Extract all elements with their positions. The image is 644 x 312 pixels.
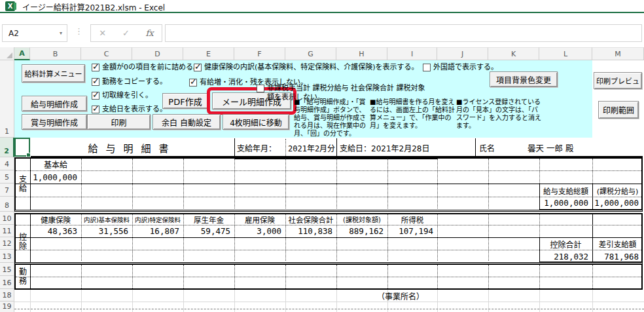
checkbox-icon[interactable]	[189, 79, 197, 87]
print-preview-button[interactable]: 印刷プレビュ	[594, 72, 642, 89]
taxable-pay-value[interactable]: 1,000,000	[592, 197, 643, 208]
create-bonus-slip-button[interactable]: 賞与明細作成	[22, 114, 87, 130]
checkbox-icon[interactable]	[92, 106, 99, 113]
checkbox-health-breakdown[interactable]: 健康保険の内訳(基本保険料、特定保険料、介護保険)を表示する。	[194, 63, 419, 72]
pay-item-basic[interactable]: 基本給	[30, 159, 81, 170]
row-header-11[interactable]: 11	[0, 225, 14, 237]
note-create-month: ■「給与明細作成」・「賞与明細作成」ボタンで、給与、賞与明細が作成される月は、現…	[294, 98, 368, 138]
ded-value-pension[interactable]: 59,475	[183, 226, 234, 236]
ded-header-income-tax[interactable]: 所得税	[387, 214, 437, 224]
formula-input[interactable]	[165, 24, 642, 42]
checkbox-icon[interactable]	[194, 64, 202, 71]
taxable-pay-label[interactable]: (課税分給与)	[592, 185, 643, 196]
checkbox-compact-zero[interactable]: 金額が0の項目を前に詰める。	[92, 63, 200, 72]
column-header-G[interactable]: G	[285, 47, 336, 60]
pay-total-label[interactable]: 給与支給総額	[539, 185, 592, 196]
name-box-dropdown-icon[interactable]: ▾	[60, 30, 67, 36]
name-box[interactable]: A2 ▾	[2, 24, 67, 42]
checkbox-label: 支給日を表示する。	[102, 105, 167, 114]
enter-icon[interactable]: ✓	[122, 28, 130, 38]
checkbox-icon[interactable]	[92, 92, 99, 100]
print-button[interactable]: 印刷	[87, 114, 151, 130]
row-header-8[interactable]: 8	[0, 197, 14, 212]
column-header-A[interactable]: A	[14, 47, 30, 60]
active-cell-A2[interactable]	[14, 138, 30, 157]
row-header-15[interactable]: 15	[0, 263, 14, 276]
row-header-1[interactable]: 1	[0, 60, 14, 138]
ded-value-taxable[interactable]: 889,162	[336, 226, 387, 236]
cancel-icon[interactable]: ✕	[99, 28, 106, 38]
insert-function-icon[interactable]: fx	[145, 28, 153, 38]
section-work-label[interactable]: 勤務	[16, 265, 29, 288]
ded-value-specific[interactable]: 16,807	[132, 226, 183, 236]
print-range-button[interactable]: 印刷範囲	[598, 101, 639, 119]
margin-auto-button[interactable]: 余白 自動設定	[152, 114, 221, 130]
note-license: ■ライセンス登録されている月の「見本」の文字は、「パスワード」を入力すると消えま…	[456, 98, 543, 130]
column-header-D[interactable]: D	[132, 47, 183, 60]
ded-value-income-tax[interactable]: 107,194	[387, 226, 437, 236]
column-header-C[interactable]: C	[81, 47, 132, 60]
row-header-4[interactable]: 4	[0, 157, 14, 170]
pay-month-label[interactable]: 支給年月：	[237, 140, 285, 155]
pdf-create-button[interactable]: PDF作成	[162, 93, 208, 109]
payslip-title[interactable]: 給与明細書	[30, 139, 226, 156]
row-header-18[interactable]: 18	[0, 289, 14, 302]
ded-header-basic[interactable]: 内訳)基本保険料	[81, 214, 132, 224]
checkbox-cut-line[interactable]: 切取線を引く。	[92, 91, 152, 100]
checkbox-show-pay-date[interactable]: 支給日を表示する。	[92, 105, 167, 114]
ded-header-health[interactable]: 健康保険	[30, 214, 81, 224]
row-header-13[interactable]: 13	[0, 250, 14, 263]
ded-header-pension[interactable]: 厚生年金	[183, 214, 234, 224]
pay-month-value[interactable]: 2021年2月分	[288, 140, 336, 155]
row-header-16[interactable]: 16	[0, 276, 14, 289]
ded-value-employment[interactable]: 3,000	[234, 226, 285, 236]
row-header-2[interactable]: 2	[0, 138, 14, 157]
ded-header-social-total[interactable]: 社会保険合計	[285, 214, 336, 224]
ded-total-label[interactable]: 控除合計	[539, 239, 592, 249]
employee-name-label[interactable]: 氏名	[479, 140, 512, 155]
column-header-K[interactable]: K	[488, 47, 539, 60]
column-header-J[interactable]: J	[437, 47, 488, 60]
row-header-10[interactable]: 10	[0, 212, 14, 225]
column-header-F[interactable]: F	[234, 47, 285, 60]
employee-name[interactable]: 曇天 一郎 殿	[528, 140, 606, 155]
name-box-value: A2	[3, 29, 60, 38]
pay-date-value[interactable]: 支給日：2021年2月28日	[340, 140, 438, 155]
checkbox-foreign-language[interactable]: 外国語で表示する。	[423, 63, 498, 72]
net-pay-value[interactable]: 781,968	[592, 251, 643, 262]
formula-bar-handle-icon[interactable]: ⋮	[75, 26, 83, 36]
ded-value-health[interactable]: 48,363	[30, 226, 81, 236]
ded-value-basic[interactable]: 31,556	[81, 226, 132, 236]
pay-amount-basic[interactable]: 1,000,000	[30, 172, 81, 183]
column-header-H[interactable]: H	[336, 47, 387, 60]
ded-header-taxable[interactable]: (課税対象額)	[336, 214, 387, 224]
column-header-E[interactable]: E	[183, 47, 234, 60]
checkbox-copy-work[interactable]: 勤務をコピーする。	[92, 77, 167, 87]
checkbox-icon[interactable]	[92, 78, 99, 86]
row-header-7[interactable]: 7	[0, 184, 14, 197]
ded-header-specific[interactable]: 内訳)特定保険料	[132, 214, 183, 224]
ded-value-social-total[interactable]: 110,838	[285, 226, 336, 236]
ded-total-value[interactable]: 218,032	[539, 251, 592, 262]
ded-header-employment[interactable]: 雇用保険	[234, 214, 285, 224]
column-header-B[interactable]: B	[30, 47, 81, 60]
checkbox-icon[interactable]	[423, 64, 431, 71]
section-pay-label[interactable]: 支給	[16, 161, 29, 207]
salary-menu-button[interactable]: 給料計算メニュー	[22, 64, 85, 83]
column-header-L[interactable]: L	[539, 47, 592, 60]
row-header-12[interactable]: 12	[0, 237, 14, 250]
column-header-M[interactable]: M	[592, 47, 644, 60]
section-deduction-label[interactable]: 控除	[16, 223, 29, 261]
move-4sheet-button[interactable]: 4枚明細に移動	[223, 114, 289, 130]
row-header-5[interactable]: 5	[0, 170, 14, 184]
business-name-cell[interactable]: （事業所名）	[367, 290, 435, 301]
checkbox-icon[interactable]	[92, 64, 99, 71]
select-all-corner[interactable]	[0, 47, 14, 60]
row-header-19[interactable]: 19	[0, 302, 14, 312]
item-bgcolor-button[interactable]: 項目背景色変更	[490, 71, 558, 87]
net-pay-label[interactable]: 差引支給額	[592, 239, 643, 249]
column-header-I[interactable]: I	[387, 47, 437, 60]
checkbox-icon[interactable]	[257, 85, 264, 92]
pay-total-value[interactable]: 1,000,000	[539, 197, 592, 208]
create-payslip-button[interactable]: 給与明細作成	[22, 96, 87, 111]
